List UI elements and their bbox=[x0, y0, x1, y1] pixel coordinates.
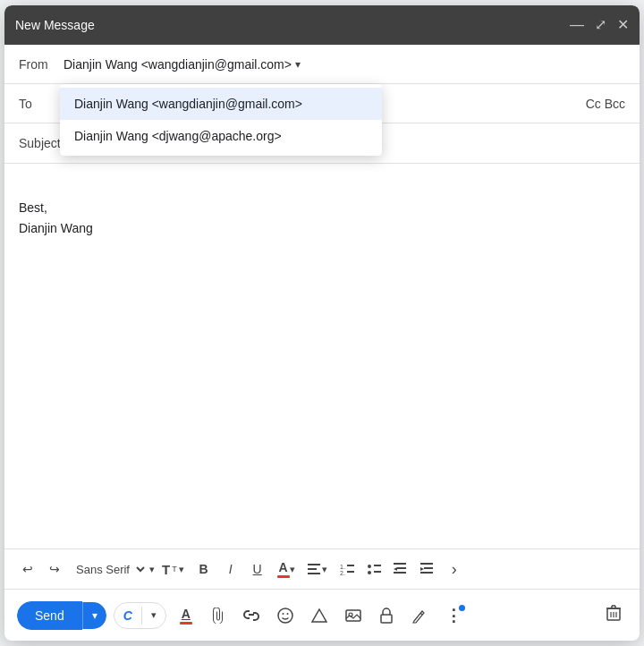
svg-rect-1 bbox=[308, 568, 317, 570]
cc-bcc-button[interactable]: Cc Bcc bbox=[586, 97, 625, 111]
svg-rect-6 bbox=[347, 571, 354, 573]
discard-button[interactable] bbox=[600, 599, 627, 632]
font-family-select[interactable]: Sans Serif bbox=[69, 560, 148, 579]
from-dropdown[interactable]: Dianjin Wang <wangdianjin@gmail.com> ▾ bbox=[64, 57, 301, 72]
formatting-arrow-button[interactable]: ▾ bbox=[142, 604, 165, 626]
svg-point-7 bbox=[368, 565, 371, 568]
formatting-toggle-group: C ▾ bbox=[114, 602, 166, 629]
attach-button[interactable] bbox=[206, 603, 231, 628]
title-bar: New Message — ⤢ ✕ bbox=[4, 5, 640, 45]
indent-increase-icon bbox=[420, 563, 435, 575]
bottom-bar: Send ▾ C ▾ A bbox=[4, 589, 640, 641]
link-button[interactable] bbox=[238, 603, 265, 628]
dropdown-option-1[interactable]: Dianjin Wang <wangdianjin@gmail.com> bbox=[60, 88, 382, 120]
italic-button[interactable]: I bbox=[218, 557, 243, 582]
subject-label: Subject bbox=[19, 136, 64, 150]
bulleted-list-button[interactable] bbox=[361, 557, 386, 582]
redo-button[interactable]: ↪ bbox=[42, 557, 67, 582]
compose-body[interactable]: Best, Dianjin Wang bbox=[4, 164, 640, 548]
svg-rect-25 bbox=[381, 615, 392, 623]
bulleted-list-icon bbox=[367, 563, 381, 575]
svg-point-19 bbox=[278, 608, 292, 623]
svg-marker-22 bbox=[312, 609, 326, 622]
align-button[interactable]: ▾ bbox=[302, 557, 333, 582]
bottom-font-color-button[interactable]: A bbox=[174, 603, 199, 628]
minimize-button[interactable]: — bbox=[570, 18, 584, 32]
confidential-button[interactable] bbox=[374, 603, 399, 628]
trash-icon bbox=[606, 604, 622, 622]
header-fields: From Dianjin Wang <wangdianjin@gmail.com… bbox=[4, 45, 640, 164]
font-color-button[interactable]: A ▾ bbox=[272, 557, 301, 582]
emoji-button[interactable] bbox=[272, 603, 299, 628]
indent-decrease-icon bbox=[394, 563, 408, 575]
expand-button[interactable]: ⤢ bbox=[595, 18, 606, 32]
more-options-button[interactable]: ⋮ bbox=[440, 603, 467, 628]
send-button-group: Send ▾ bbox=[17, 601, 106, 630]
svg-rect-2 bbox=[308, 573, 320, 574]
pen-icon bbox=[411, 608, 428, 624]
send-options-button[interactable]: ▾ bbox=[82, 602, 106, 629]
from-value: Dianjin Wang <wangdianjin@gmail.com> bbox=[64, 57, 292, 72]
font-size-button[interactable]: TT ▾ bbox=[157, 557, 190, 582]
from-dropdown-arrow[interactable]: ▾ bbox=[295, 58, 301, 71]
underline-button[interactable]: U bbox=[245, 557, 270, 582]
signature-button[interactable] bbox=[406, 603, 433, 628]
body-text: Best, Dianjin Wang bbox=[19, 200, 93, 234]
formatting-toolbar: ↩ ↪ Sans Serif ▾ TT ▾ B I U A ▾ bbox=[4, 548, 640, 589]
font-family-arrow: ▾ bbox=[149, 564, 155, 575]
svg-rect-12 bbox=[397, 567, 406, 569]
notification-dot bbox=[459, 605, 465, 611]
indent-increase-button[interactable] bbox=[415, 557, 440, 582]
svg-rect-0 bbox=[308, 564, 320, 565]
drive-icon bbox=[311, 608, 327, 623]
numbered-list-icon: 1. 2. bbox=[340, 563, 354, 575]
send-button[interactable]: Send bbox=[17, 601, 82, 630]
svg-marker-18 bbox=[420, 567, 424, 571]
svg-rect-4 bbox=[347, 565, 354, 566]
drive-button[interactable] bbox=[306, 603, 333, 628]
svg-text:1.: 1. bbox=[340, 564, 345, 570]
svg-marker-14 bbox=[394, 567, 397, 571]
window-title: New Message bbox=[15, 18, 95, 32]
svg-rect-13 bbox=[394, 572, 406, 574]
account-dropdown: Dianjin Wang <wangdianjin@gmail.com> Dia… bbox=[60, 84, 382, 156]
from-label: From bbox=[19, 57, 64, 72]
svg-rect-16 bbox=[424, 567, 433, 569]
to-label: To bbox=[19, 97, 64, 111]
compose-window: New Message — ⤢ ✕ From Dianjin Wang <wan… bbox=[4, 5, 640, 641]
formatting-toggle-button[interactable]: C bbox=[114, 603, 141, 628]
svg-text:2.: 2. bbox=[340, 570, 345, 575]
attach-icon bbox=[211, 608, 225, 624]
svg-point-9 bbox=[368, 571, 371, 574]
undo-button[interactable]: ↩ bbox=[15, 557, 40, 582]
link-icon bbox=[243, 610, 259, 621]
close-button[interactable]: ✕ bbox=[617, 18, 629, 32]
emoji-icon bbox=[277, 608, 293, 624]
indent-decrease-button[interactable] bbox=[388, 557, 413, 582]
bold-button[interactable]: B bbox=[191, 557, 216, 582]
title-bar-controls: — ⤢ ✕ bbox=[570, 18, 629, 32]
numbered-list-button[interactable]: 1. 2. bbox=[335, 557, 360, 582]
svg-rect-17 bbox=[420, 572, 433, 574]
font-color-bar bbox=[277, 575, 290, 578]
svg-line-26 bbox=[420, 613, 422, 615]
toolbar-more-button[interactable]: › bbox=[442, 557, 467, 582]
svg-rect-8 bbox=[374, 565, 381, 566]
svg-rect-15 bbox=[420, 563, 433, 565]
svg-point-20 bbox=[282, 613, 284, 615]
dropdown-option-2[interactable]: Dianjin Wang <djwang@apache.org> bbox=[60, 120, 382, 152]
svg-rect-11 bbox=[394, 563, 406, 565]
lock-icon bbox=[379, 608, 394, 624]
svg-rect-10 bbox=[374, 571, 381, 573]
photo-button[interactable] bbox=[340, 603, 367, 628]
photo-icon bbox=[345, 609, 361, 622]
from-row: From Dianjin Wang <wangdianjin@gmail.com… bbox=[4, 45, 640, 84]
align-icon bbox=[308, 564, 320, 574]
svg-point-21 bbox=[286, 613, 288, 615]
